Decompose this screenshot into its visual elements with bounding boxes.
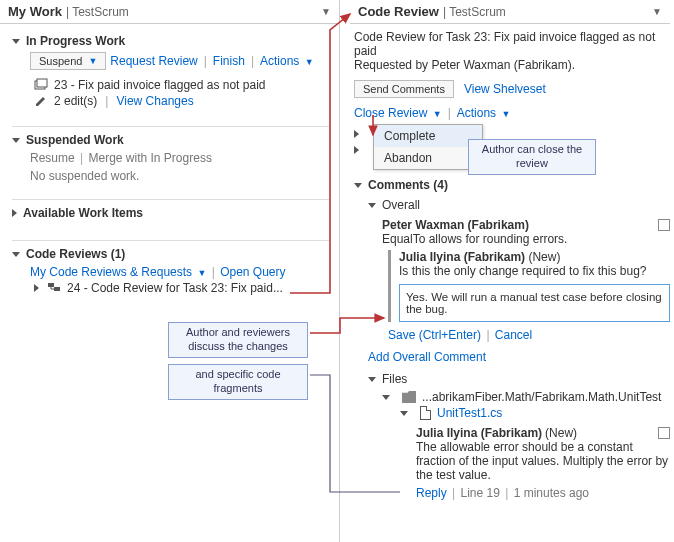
- reply-thread: Julia Ilyina (Fabrikam) (New) Is this th…: [388, 250, 670, 322]
- caret-icon[interactable]: [354, 146, 359, 154]
- comment-checkbox[interactable]: [658, 219, 670, 231]
- file-comment: Julia Ilyina (Fabrikam) (New) The allowa…: [416, 426, 670, 500]
- edits-row: 2 edit(s) | View Changes: [34, 94, 329, 108]
- code-review-header: Code Review | TestScrum ▼: [350, 0, 670, 24]
- caret-icon: [382, 395, 390, 400]
- caret-icon: [354, 183, 362, 188]
- callout-fragments: and specific code fragments: [168, 364, 308, 400]
- code-review-context: | TestScrum: [443, 5, 506, 19]
- suspended-toolbar: Resume | Merge with In Progress: [30, 151, 329, 165]
- caret-icon[interactable]: [354, 130, 359, 138]
- review-actions-link[interactable]: Actions ▼: [457, 106, 511, 120]
- file-row[interactable]: UnitTest1.cs: [400, 406, 670, 420]
- code-review-title: Code Review: [358, 4, 439, 19]
- close-review-link[interactable]: Close Review ▼: [354, 106, 442, 120]
- timestamp: 1 minutes ago: [514, 486, 589, 500]
- add-overall-comment-link[interactable]: Add Overall Comment: [368, 350, 486, 364]
- review-description: Code Review for Task 23: Fix paid invoic…: [354, 30, 666, 72]
- overall-comment-thread: Peter Waxman (Fabrikam) EqualTo allows f…: [382, 218, 670, 342]
- menu-abandon[interactable]: Abandon: [374, 147, 482, 169]
- reply-input[interactable]: Yes. We will run a manual test case befo…: [399, 284, 670, 322]
- review-item-text: 24 - Code Review for Task 23: Fix paid..…: [67, 281, 283, 295]
- overall-heading[interactable]: Overall: [368, 198, 670, 212]
- reply-link[interactable]: Reply: [416, 486, 447, 500]
- save-link[interactable]: Save (Ctrl+Enter): [388, 328, 481, 342]
- open-query-link[interactable]: Open Query: [220, 265, 285, 279]
- menu-complete[interactable]: Complete: [374, 125, 482, 147]
- pane-dropdown-icon[interactable]: ▼: [652, 6, 662, 17]
- suspended-section: Suspended Work Resume | Merge with In Pr…: [0, 118, 339, 191]
- folder-icon: [402, 391, 416, 403]
- review-toolbar: Send Comments View Shelveset: [354, 80, 666, 98]
- folder-row[interactable]: ...abrikamFiber.Math/Fabrikam.Math.UnitT…: [382, 390, 670, 404]
- comment-author: Peter Waxman (Fabrikam): [382, 218, 529, 232]
- file-comment-author: Julia Ilyina (Fabrikam): [416, 426, 542, 440]
- caret-icon: [400, 411, 408, 416]
- line-ref: Line 19: [460, 486, 499, 500]
- file-comment-tag: (New): [545, 426, 577, 440]
- view-changes-link[interactable]: View Changes: [116, 94, 193, 108]
- my-work-pane: My Work | TestScrum ▼ In Progress Work S…: [0, 0, 340, 542]
- file-comment-footer: Reply | Line 19 | 1 minutes ago: [416, 486, 670, 500]
- in-progress-heading[interactable]: In Progress Work: [12, 34, 329, 48]
- save-row: Save (Ctrl+Enter) | Cancel: [388, 328, 670, 342]
- my-work-title: My Work: [8, 4, 62, 19]
- close-review-menu: Complete Abandon: [373, 124, 483, 170]
- caret-icon: [12, 209, 17, 217]
- review-links-row: Close Review ▼ | Actions ▼: [354, 106, 666, 120]
- svg-rect-3: [54, 287, 60, 291]
- pane-dropdown-icon[interactable]: ▼: [321, 6, 331, 17]
- reviews-heading[interactable]: Code Reviews (1): [12, 240, 329, 261]
- reply-header: Julia Ilyina (Fabrikam) (New): [399, 250, 670, 264]
- caret-icon: [12, 252, 20, 257]
- view-shelveset-link[interactable]: View Shelveset: [464, 82, 546, 96]
- code-review-pane: Code Review | TestScrum ▼ Code Review fo…: [350, 0, 670, 542]
- merge-link[interactable]: Merge with In Progress: [89, 151, 212, 165]
- task-text: 23 - Fix paid invoice flagged as not pai…: [54, 78, 265, 92]
- svg-rect-1: [37, 79, 47, 87]
- review-item-row[interactable]: 24 - Code Review for Task 23: Fix paid..…: [34, 281, 329, 295]
- request-review-link[interactable]: Request Review: [110, 54, 197, 68]
- review-icon: [47, 281, 61, 295]
- comments-heading[interactable]: Comments (4): [354, 178, 670, 192]
- my-work-context: | TestScrum: [66, 5, 129, 19]
- caret-icon: [34, 284, 39, 292]
- reviews-toolbar: My Code Reviews & Requests ▼ | Open Quer…: [30, 265, 329, 279]
- suspend-button[interactable]: Suspend▼: [30, 52, 106, 70]
- my-reviews-link[interactable]: My Code Reviews & Requests ▼: [30, 265, 210, 279]
- available-heading[interactable]: Available Work Items: [12, 199, 329, 220]
- files-tree: ...abrikamFiber.Math/Fabrikam.Math.UnitT…: [382, 390, 670, 500]
- comment-header: Peter Waxman (Fabrikam): [382, 218, 670, 232]
- files-heading[interactable]: Files: [368, 372, 670, 386]
- in-progress-section: In Progress Work Suspend▼ Request Review…: [0, 24, 339, 118]
- suspended-heading[interactable]: Suspended Work: [12, 126, 329, 147]
- chevron-down-icon: ▼: [197, 268, 206, 278]
- caret-icon: [12, 39, 20, 44]
- callout-discuss: Author and reviewers discuss the changes: [168, 322, 308, 358]
- available-section: Available Work Items: [0, 191, 339, 232]
- comment-body: EqualTo allows for rounding errors.: [382, 232, 670, 246]
- file-comment-header: Julia Ilyina (Fabrikam) (New): [416, 426, 670, 440]
- my-work-header: My Work | TestScrum ▼: [0, 0, 339, 24]
- edits-text: 2 edit(s): [54, 94, 97, 108]
- file-comment-body: The allowable error should be a constant…: [416, 440, 670, 482]
- caret-icon: [368, 377, 376, 382]
- resume-link[interactable]: Resume: [30, 151, 75, 165]
- work-item-row[interactable]: 23 - Fix paid invoice flagged as not pai…: [34, 78, 329, 92]
- chevron-down-icon: ▼: [305, 57, 314, 67]
- send-comments-button[interactable]: Send Comments: [354, 80, 454, 98]
- finish-link[interactable]: Finish: [213, 54, 245, 68]
- cancel-link[interactable]: Cancel: [495, 328, 532, 342]
- comment-checkbox[interactable]: [658, 427, 670, 439]
- reviews-section: Code Reviews (1) My Code Reviews & Reque…: [0, 232, 339, 305]
- caret-icon: [12, 138, 20, 143]
- actions-link[interactable]: Actions ▼: [260, 54, 314, 68]
- suspended-empty: No suspended work.: [30, 169, 329, 183]
- chevron-down-icon: ▼: [433, 109, 442, 119]
- file-link[interactable]: UnitTest1.cs: [437, 406, 502, 420]
- task-icon: [34, 78, 48, 92]
- file-icon: [420, 406, 431, 420]
- folder-path: ...abrikamFiber.Math/Fabrikam.Math.UnitT…: [422, 390, 661, 404]
- reply-tag: (New): [528, 250, 560, 264]
- pencil-icon: [34, 94, 48, 108]
